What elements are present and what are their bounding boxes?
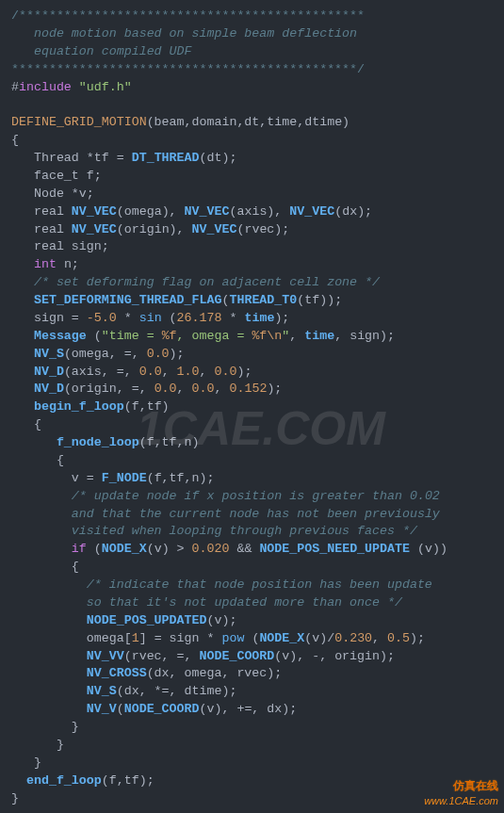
code-viewport: 1CAE.COM /******************************… bbox=[0, 0, 504, 813]
fn-dt-thread: DT_THREAD bbox=[132, 151, 200, 165]
comment-line: /***************************************… bbox=[11, 8, 365, 23]
footer-url: www.1CAE.com bbox=[424, 794, 498, 809]
comment-line: /* indicate that node position has been … bbox=[87, 577, 432, 592]
comment-line: ****************************************… bbox=[11, 62, 365, 76]
footer-cn: 仿真在线 bbox=[424, 778, 498, 794]
macro-define-grid: DEFINE_GRID_MOTION bbox=[11, 115, 147, 129]
comment-line: visited when looping through previous fa… bbox=[72, 524, 417, 538]
kw-include: include bbox=[19, 80, 72, 94]
footer-watermark: 仿真在线 www.1CAE.com bbox=[424, 778, 498, 809]
comment-line: node motion based on simple beam deflect… bbox=[11, 26, 357, 41]
comment-line: equation compiled UDF bbox=[11, 44, 192, 58]
comment-line: /* update node if x position is greater … bbox=[72, 489, 440, 503]
comment-line: and that the current node has not been p… bbox=[72, 507, 440, 521]
code-block: /***************************************… bbox=[11, 8, 504, 807]
comment-line: /* set deforming flag on adjacent cell z… bbox=[34, 275, 380, 289]
args: (beam,domain,dt,time,dtime) bbox=[147, 115, 350, 129]
include-path: "udf.h" bbox=[79, 80, 132, 94]
comment-line: so that it's not updated more than once … bbox=[87, 595, 402, 610]
